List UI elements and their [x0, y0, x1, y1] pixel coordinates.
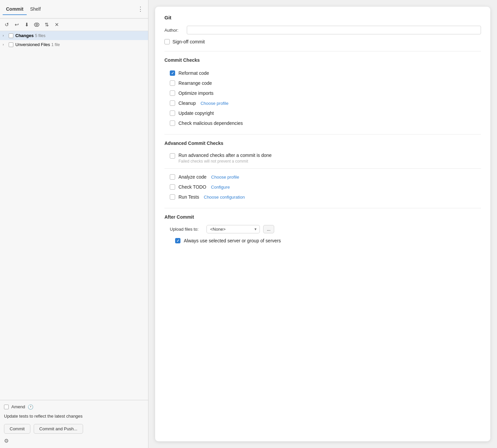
- changes-checkbox[interactable]: [9, 33, 13, 38]
- check-item-cleanup: Cleanup Choose profile: [164, 98, 481, 108]
- git-section: Git Author: Sign-off commit: [164, 15, 481, 44]
- check-item-todo: Check TODO Configure: [164, 182, 481, 192]
- malicious-label: Check malicious dependencies: [178, 121, 243, 126]
- run-advanced-label: Run advanced checks after a commit is do…: [178, 153, 272, 158]
- sort-icon[interactable]: ⇅: [43, 21, 50, 28]
- unversioned-label: Unversioned Files1 file: [15, 42, 60, 47]
- settings-icon[interactable]: ⚙: [4, 438, 9, 444]
- file-tree: › Changes5 files › Unversioned Files1 fi…: [0, 31, 148, 400]
- check-item-malicious: Check malicious dependencies: [164, 118, 481, 128]
- upload-label: Upload files to:: [170, 227, 203, 232]
- analyze-profile-link[interactable]: Choose profile: [211, 175, 239, 180]
- left-panel: Commit Shelf ⋮ ↺ ↩ ⬇ ⇅ ✕ › Changes5 file…: [0, 0, 148, 448]
- check-item-reformat: Reformat code: [164, 68, 481, 78]
- changes-badge: 5 files: [35, 33, 45, 38]
- more-menu-button[interactable]: ⋮: [135, 4, 145, 14]
- bottom-buttons: Commit Commit and Push...: [4, 424, 144, 434]
- author-row: Author:: [164, 26, 481, 34]
- refresh-icon[interactable]: ↺: [3, 21, 10, 28]
- advanced-checks-title: Advanced Commit Checks: [164, 141, 481, 146]
- svg-point-1: [36, 24, 38, 26]
- tests-label: Run Tests: [178, 194, 199, 200]
- cleanup-profile-link[interactable]: Choose profile: [200, 101, 228, 106]
- tests-checkbox[interactable]: [170, 194, 175, 200]
- analyze-label: Analyze code: [178, 174, 206, 180]
- tree-item-changes[interactable]: › Changes5 files: [0, 31, 148, 40]
- check-item-analyze: Analyze code Choose profile: [164, 172, 481, 182]
- sign-off-checkbox[interactable]: [164, 39, 170, 44]
- check-item-tests: Run Tests Choose configuration: [164, 192, 481, 202]
- upload-row: Upload files to: <None> ▼ ...: [164, 225, 481, 233]
- sign-off-row: Sign-off commit: [164, 39, 481, 44]
- todo-configure-link[interactable]: Configure: [211, 185, 230, 190]
- todo-checkbox[interactable]: [170, 184, 175, 190]
- copyright-checkbox[interactable]: [170, 110, 175, 116]
- unversioned-badge: 1 file: [51, 42, 60, 47]
- clock-icon[interactable]: 🕐: [28, 404, 33, 410]
- rearrange-checkbox[interactable]: [170, 80, 175, 86]
- after-commit-section: After Commit Upload files to: <None> ▼ .…: [164, 214, 481, 243]
- divider-4: [164, 208, 481, 208]
- git-title: Git: [164, 15, 481, 20]
- divider-2: [164, 134, 481, 135]
- run-advanced-text: Run advanced checks after a commit is do…: [178, 153, 272, 164]
- upload-select-wrapper: <None> ▼: [206, 225, 260, 233]
- check-item-copyright: Update copyright: [164, 108, 481, 118]
- todo-label: Check TODO: [178, 184, 206, 190]
- undo-icon[interactable]: ↩: [13, 21, 20, 28]
- optimize-label: Optimize imports: [178, 90, 213, 96]
- commit-checks-title: Commit Checks: [164, 57, 481, 63]
- eye-icon[interactable]: [33, 21, 40, 28]
- hint-text: Failed checks will not prevent a commit: [178, 159, 272, 164]
- copyright-label: Update copyright: [178, 110, 214, 116]
- tab-bar: Commit Shelf ⋮: [0, 0, 148, 19]
- always-use-checkbox[interactable]: [175, 238, 180, 243]
- upload-select[interactable]: <None>: [206, 225, 260, 233]
- run-advanced-row: Run advanced checks after a commit is do…: [164, 151, 481, 165]
- tab-commit[interactable]: Commit: [3, 4, 27, 15]
- tests-config-link[interactable]: Choose configuration: [204, 195, 245, 200]
- check-item-optimize: Optimize imports: [164, 88, 481, 98]
- analyze-checkbox[interactable]: [170, 174, 175, 180]
- rearrange-label: Rearrange code: [178, 80, 212, 86]
- tab-shelf[interactable]: Shelf: [27, 4, 44, 15]
- unversioned-checkbox[interactable]: [9, 42, 13, 47]
- divider-1: [164, 51, 481, 51]
- svg-point-0: [34, 23, 39, 27]
- always-use-label: Always use selected server or group of s…: [184, 238, 281, 243]
- toolbar: ↺ ↩ ⬇ ⇅ ✕: [0, 19, 148, 31]
- malicious-checkbox[interactable]: [170, 121, 175, 126]
- run-advanced-checkbox[interactable]: [170, 153, 175, 159]
- download-icon[interactable]: ⬇: [23, 21, 30, 28]
- ellipsis-button[interactable]: ...: [263, 225, 274, 233]
- divider-3: [164, 168, 481, 169]
- cleanup-label: Cleanup: [178, 100, 196, 106]
- commit-checks-section: Commit Checks Reformat code Rearrange co…: [164, 57, 481, 128]
- chevron-right-icon-2: ›: [3, 43, 7, 46]
- sign-off-label: Sign-off commit: [172, 39, 205, 44]
- advanced-checks-section: Advanced Commit Checks Run advanced chec…: [164, 141, 481, 202]
- check-item-rearrange: Rearrange code: [164, 78, 481, 88]
- author-input[interactable]: [187, 26, 481, 34]
- amend-row: Amend 🕐: [4, 404, 144, 410]
- author-label: Author:: [164, 28, 183, 33]
- reformat-checkbox[interactable]: [170, 70, 175, 76]
- cleanup-checkbox[interactable]: [170, 100, 175, 106]
- commit-message: Update tests to reflect the latest chang…: [4, 413, 144, 420]
- amend-label: Amend: [11, 404, 25, 409]
- reformat-label: Reformat code: [178, 70, 209, 76]
- commit-and-push-button[interactable]: Commit and Push...: [34, 424, 83, 434]
- right-panel: Git Author: Sign-off commit Commit Check…: [155, 7, 490, 441]
- tree-item-unversioned[interactable]: › Unversioned Files1 file: [0, 40, 148, 49]
- close-icon[interactable]: ✕: [53, 21, 60, 28]
- optimize-checkbox[interactable]: [170, 90, 175, 96]
- amend-checkbox[interactable]: [4, 405, 9, 409]
- chevron-right-icon: ›: [3, 34, 7, 37]
- always-use-row: Always use selected server or group of s…: [164, 238, 481, 243]
- bottom-area: Amend 🕐 Update tests to reflect the late…: [0, 400, 148, 448]
- changes-label: Changes5 files: [15, 33, 45, 38]
- after-commit-title: After Commit: [164, 214, 481, 220]
- commit-button[interactable]: Commit: [4, 424, 30, 434]
